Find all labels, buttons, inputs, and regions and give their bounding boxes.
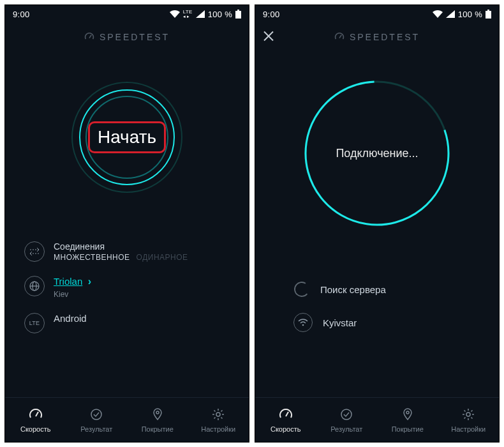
- connections-row[interactable]: Соединения МНОЖЕСТВЕННОЕ ОДИНАРНОЕ: [24, 241, 230, 262]
- svg-line-19: [339, 35, 341, 38]
- nav-coverage[interactable]: Покрытие: [377, 398, 438, 442]
- brand-text: SPEEDTEST: [350, 32, 420, 42]
- search-label: Поиск сервера: [320, 284, 386, 295]
- nav-settings[interactable]: Настройки: [438, 398, 500, 442]
- battery-percent: 100 %: [458, 10, 482, 19]
- nav-speed[interactable]: Скорость: [5, 398, 66, 442]
- brand-text: SPEEDTEST: [100, 32, 170, 42]
- status-icons: 100 %: [433, 10, 491, 19]
- signal-icon: [446, 10, 455, 18]
- close-icon: [263, 31, 274, 42]
- battery-icon: [235, 10, 241, 19]
- connections-multi: МНОЖЕСТВЕННОЕ: [54, 253, 130, 262]
- status-time: 9:00: [263, 10, 280, 19]
- svg-line-2: [89, 35, 91, 38]
- bottom-nav: Скорость Результат Покрытие Настройки: [5, 397, 249, 442]
- connections-single: ОДИНАРНОЕ: [137, 253, 188, 262]
- brand: SPEEDTEST: [334, 32, 420, 42]
- battery-percent: 100 %: [208, 10, 232, 19]
- server-name[interactable]: Triolan: [54, 276, 82, 287]
- wifi-small-icon: [293, 313, 313, 332]
- svg-rect-0: [235, 11, 241, 19]
- wifi-icon: [433, 10, 443, 18]
- spinner-icon: [293, 281, 310, 298]
- go-label-highlight: Начать: [88, 121, 166, 153]
- svg-point-12: [91, 409, 101, 420]
- app-header: SPEEDTEST: [255, 23, 499, 51]
- svg-point-21: [300, 77, 454, 230]
- svg-rect-16: [487, 10, 489, 11]
- close-button[interactable]: [263, 31, 274, 44]
- carrier-name: Android: [54, 313, 87, 324]
- go-button[interactable]: Начать: [71, 81, 183, 193]
- nav-speed[interactable]: Скорость: [255, 398, 316, 442]
- gauge-icon: [334, 32, 345, 42]
- go-label: Начать: [98, 127, 156, 147]
- app-header: SPEEDTEST: [5, 23, 249, 51]
- phone-left: 9:00 LTE◂ ▸ 100 % SPEEDTEST Начать: [4, 4, 249, 443]
- carrier-name: Kyivstar: [323, 317, 357, 328]
- nav-result[interactable]: Результат: [66, 398, 128, 442]
- lte-indicator: LTE◂ ▸: [183, 10, 193, 19]
- svg-point-22: [293, 281, 310, 298]
- nav-result[interactable]: Результат: [316, 398, 378, 442]
- battery-icon: [485, 10, 491, 19]
- svg-point-13: [156, 411, 159, 414]
- svg-point-25: [341, 409, 352, 420]
- svg-line-24: [286, 412, 288, 416]
- svg-point-23: [302, 324, 304, 326]
- signal-icon: [196, 10, 205, 18]
- chevron-right-icon: ›: [88, 276, 91, 287]
- status-icons: LTE◂ ▸ 100 %: [170, 10, 241, 19]
- globe-icon: [24, 276, 45, 296]
- lte-icon: LTE: [24, 313, 45, 333]
- svg-rect-15: [485, 11, 491, 19]
- status-bar: 9:00 LTE◂ ▸ 100 %: [5, 5, 249, 23]
- svg-point-14: [216, 413, 220, 416]
- network-row: LTE Android: [24, 313, 230, 333]
- nav-settings[interactable]: Настройки: [188, 398, 249, 442]
- server-city: Kiev: [54, 290, 91, 299]
- svg-line-11: [36, 412, 38, 416]
- main-area: Подключение... Поиск сервера Kyivstar: [255, 51, 499, 397]
- bottom-nav: Скорость Результат Покрытие Настройки: [255, 397, 499, 442]
- connections-title: Соединения: [54, 241, 188, 252]
- phone-right: 9:00 100 % SPEEDTEST Подключение...: [255, 4, 500, 443]
- connecting-ring: Подключение...: [300, 77, 454, 230]
- search-server-row: Поиск сервера: [293, 281, 480, 298]
- status-bar: 9:00 100 %: [255, 5, 499, 23]
- wifi-icon: [170, 10, 180, 18]
- status-time: 9:00: [13, 10, 30, 19]
- connections-icon: [24, 241, 45, 262]
- gauge-icon: [84, 32, 94, 42]
- main-area: Начать Соединения МНОЖЕСТВЕННОЕ ОДИНАРНО…: [5, 51, 249, 397]
- svg-point-26: [406, 411, 409, 414]
- server-row[interactable]: Triolan › Kiev: [24, 276, 230, 299]
- svg-rect-1: [237, 10, 239, 11]
- nav-coverage[interactable]: Покрытие: [127, 398, 188, 442]
- carrier-row: Kyivstar: [293, 313, 480, 332]
- svg-point-27: [466, 413, 470, 416]
- brand: SPEEDTEST: [84, 32, 170, 42]
